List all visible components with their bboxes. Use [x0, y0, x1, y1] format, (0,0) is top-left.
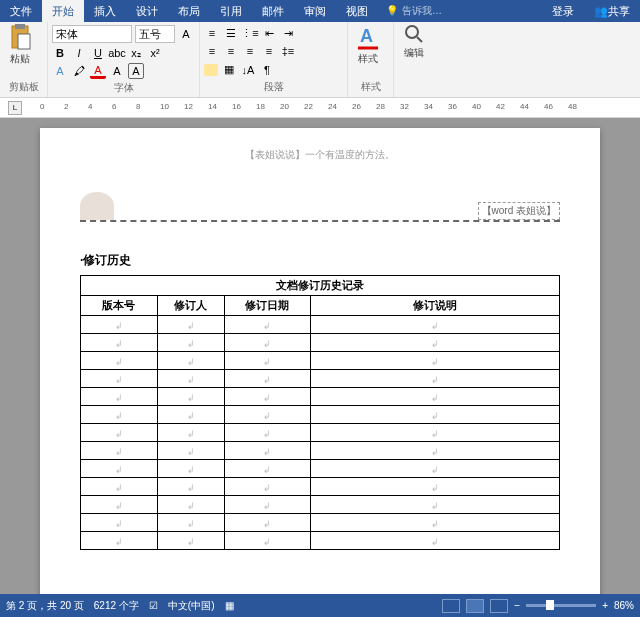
table-cell[interactable]: ↲: [81, 460, 158, 478]
tell-me[interactable]: 💡告诉我…: [386, 4, 442, 18]
paste-button[interactable]: 粘贴: [4, 24, 36, 66]
table-cell[interactable]: ↲: [310, 352, 559, 370]
zoom-slider[interactable]: [526, 604, 596, 607]
table-row[interactable]: ↲↲↲↲: [81, 406, 560, 424]
numbering-icon[interactable]: ☰: [223, 25, 239, 41]
grow-font-icon[interactable]: A: [178, 26, 194, 42]
table-cell[interactable]: ↲: [157, 460, 224, 478]
table-row[interactable]: ↲↲↲↲: [81, 316, 560, 334]
spell-check-icon[interactable]: ☑: [149, 600, 158, 611]
borders-icon[interactable]: ▦: [221, 62, 237, 78]
table-cell[interactable]: ↲: [81, 478, 158, 496]
bold-icon[interactable]: B: [52, 45, 68, 61]
table-cell[interactable]: ↲: [81, 406, 158, 424]
table-row[interactable]: ↲↲↲↲: [81, 424, 560, 442]
styles-button[interactable]: A 样式: [352, 24, 384, 66]
table-cell[interactable]: ↲: [224, 316, 310, 334]
read-mode-icon[interactable]: [442, 599, 460, 613]
table-cell[interactable]: ↲: [310, 334, 559, 352]
shading-icon[interactable]: [204, 64, 218, 76]
table-row[interactable]: ↲↲↲↲: [81, 442, 560, 460]
table-row[interactable]: ↲↲↲↲: [81, 352, 560, 370]
table-cell[interactable]: ↲: [157, 496, 224, 514]
table-cell[interactable]: ↲: [310, 532, 559, 550]
multilevel-icon[interactable]: ⋮≡: [242, 25, 258, 41]
share-button[interactable]: 👥 共享: [584, 0, 640, 22]
table-cell[interactable]: ↲: [310, 514, 559, 532]
table-cell[interactable]: ↲: [157, 514, 224, 532]
tab-selector[interactable]: L: [8, 101, 22, 115]
table-cell[interactable]: ↲: [157, 406, 224, 424]
table-cell[interactable]: ↲: [224, 460, 310, 478]
font-name-input[interactable]: [52, 25, 132, 43]
table-cell[interactable]: ↲: [157, 532, 224, 550]
table-row[interactable]: ↲↲↲↲: [81, 496, 560, 514]
macro-icon[interactable]: ▦: [225, 600, 234, 611]
align-right-icon[interactable]: ≡: [242, 43, 258, 59]
table-cell[interactable]: ↲: [224, 388, 310, 406]
table-cell[interactable]: ↲: [81, 388, 158, 406]
tab-layout[interactable]: 布局: [168, 0, 210, 22]
print-layout-icon[interactable]: [466, 599, 484, 613]
table-row[interactable]: ↲↲↲↲: [81, 334, 560, 352]
tab-mailings[interactable]: 邮件: [252, 0, 294, 22]
table-cell[interactable]: ↲: [157, 334, 224, 352]
line-spacing-icon[interactable]: ‡≡: [280, 43, 296, 59]
login-button[interactable]: 登录: [542, 0, 584, 22]
show-marks-icon[interactable]: ¶: [259, 62, 275, 78]
table-cell[interactable]: ↲: [81, 370, 158, 388]
web-layout-icon[interactable]: [490, 599, 508, 613]
table-cell[interactable]: ↲: [81, 496, 158, 514]
table-row[interactable]: ↲↲↲↲: [81, 388, 560, 406]
char-shading-icon[interactable]: A: [109, 63, 125, 79]
table-row[interactable]: ↲↲↲↲: [81, 370, 560, 388]
char-border-icon[interactable]: A: [128, 63, 144, 79]
table-cell[interactable]: ↲: [310, 460, 559, 478]
tab-file[interactable]: 文件: [0, 0, 42, 22]
table-cell[interactable]: ↲: [157, 388, 224, 406]
word-count[interactable]: 6212 个字: [94, 599, 139, 613]
table-cell[interactable]: ↲: [310, 496, 559, 514]
table-cell[interactable]: ↲: [224, 406, 310, 424]
table-cell[interactable]: ↲: [81, 316, 158, 334]
table-cell[interactable]: ↲: [310, 424, 559, 442]
table-cell[interactable]: ↲: [224, 514, 310, 532]
table-cell[interactable]: ↲: [157, 352, 224, 370]
tab-review[interactable]: 审阅: [294, 0, 336, 22]
editing-button[interactable]: 编辑: [398, 24, 430, 60]
table-cell[interactable]: ↲: [224, 370, 310, 388]
table-cell[interactable]: ↲: [81, 532, 158, 550]
tab-insert[interactable]: 插入: [84, 0, 126, 22]
table-cell[interactable]: ↲: [224, 496, 310, 514]
table-cell[interactable]: ↲: [81, 424, 158, 442]
text-effect-icon[interactable]: A: [52, 63, 68, 79]
superscript-icon[interactable]: x²: [147, 45, 163, 61]
table-cell[interactable]: ↲: [224, 352, 310, 370]
zoom-level[interactable]: 86%: [614, 600, 634, 611]
table-row[interactable]: ↲↲↲↲: [81, 532, 560, 550]
highlight-icon[interactable]: 🖍: [71, 63, 87, 79]
tab-references[interactable]: 引用: [210, 0, 252, 22]
table-cell[interactable]: ↲: [224, 532, 310, 550]
table-cell[interactable]: ↲: [310, 442, 559, 460]
increase-indent-icon[interactable]: ⇥: [280, 25, 296, 41]
table-cell[interactable]: ↲: [157, 442, 224, 460]
tab-home[interactable]: 开始: [42, 0, 84, 22]
document-area[interactable]: 【表姐说说】一个有温度的方法。 【word 表姐说】 ·修订历史 文档修订历史记…: [0, 118, 640, 594]
bullets-icon[interactable]: ≡: [204, 25, 220, 41]
table-row[interactable]: ↲↲↲↲: [81, 460, 560, 478]
table-cell[interactable]: ↲: [81, 442, 158, 460]
strike-icon[interactable]: abc: [109, 45, 125, 61]
page-indicator[interactable]: 第 2 页，共 20 页: [6, 599, 84, 613]
italic-icon[interactable]: I: [71, 45, 87, 61]
table-cell[interactable]: ↲: [224, 424, 310, 442]
table-cell[interactable]: ↲: [81, 334, 158, 352]
sort-icon[interactable]: ↓A: [240, 62, 256, 78]
subscript-icon[interactable]: x₂: [128, 45, 144, 61]
table-cell[interactable]: ↲: [157, 316, 224, 334]
justify-icon[interactable]: ≡: [261, 43, 277, 59]
ruler[interactable]: L 02468101214161820222426283234364042444…: [0, 98, 640, 118]
table-cell[interactable]: ↲: [310, 370, 559, 388]
table-cell[interactable]: ↲: [81, 514, 158, 532]
underline-icon[interactable]: U: [90, 45, 106, 61]
